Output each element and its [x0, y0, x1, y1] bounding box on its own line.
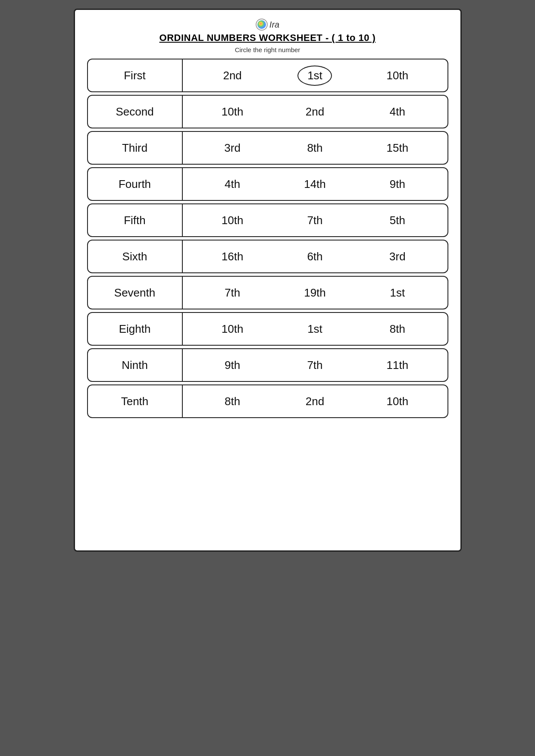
option-item[interactable]: 10th	[215, 214, 250, 227]
word-cell: Ninth	[88, 349, 183, 381]
word-cell: Fifth	[88, 204, 183, 236]
option-item[interactable]: 7th	[215, 286, 250, 300]
option-item[interactable]: 4th	[215, 178, 250, 191]
option-item[interactable]: 10th	[380, 69, 415, 82]
option-item[interactable]: 6th	[297, 250, 332, 263]
options-cell: 9th7th11th	[183, 349, 447, 381]
option-item[interactable]: 2nd	[215, 69, 250, 82]
options-cell: 10th2nd4th	[183, 96, 447, 128]
option-item[interactable]: 3rd	[215, 141, 250, 155]
option-item[interactable]: 9th	[215, 359, 250, 372]
table-row: Third3rd8th15th	[87, 131, 448, 165]
options-cell: 3rd8th15th	[183, 132, 447, 164]
svg-point-1	[257, 20, 266, 29]
worksheet-page: Ira ORDINAL NUMBERS WORKSHEET - ( 1 to 1…	[74, 9, 462, 552]
option-item[interactable]: 7th	[297, 214, 332, 227]
logo-text: Ira	[269, 20, 279, 30]
word-cell: Seventh	[88, 277, 183, 309]
option-item[interactable]: 7th	[297, 359, 332, 372]
page-header: Ira ORDINAL NUMBERS WORKSHEET - ( 1 to 1…	[87, 19, 448, 53]
options-cell: 10th1st8th	[183, 313, 447, 345]
logo-area: Ira	[87, 19, 448, 31]
logo-icon	[256, 19, 268, 31]
word-cell: Tenth	[88, 385, 183, 417]
option-item[interactable]: 2nd	[297, 105, 332, 119]
option-item[interactable]: 19th	[297, 286, 332, 300]
word-cell: Sixth	[88, 241, 183, 272]
word-cell: Third	[88, 132, 183, 164]
options-cell: 7th19th1st	[183, 277, 447, 309]
option-item[interactable]: 4th	[380, 105, 415, 119]
option-item[interactable]: 1st	[297, 322, 332, 336]
option-item[interactable]: 8th	[297, 141, 332, 155]
word-cell: First	[88, 59, 183, 91]
option-item[interactable]: 9th	[380, 178, 415, 191]
option-item[interactable]: 3rd	[380, 250, 415, 263]
option-item[interactable]: 8th	[380, 322, 415, 336]
option-item[interactable]: 5th	[380, 214, 415, 227]
option-item[interactable]: 14th	[297, 178, 332, 191]
word-cell: Second	[88, 96, 183, 128]
table-row: Tenth8th2nd10th	[87, 384, 448, 418]
options-cell: 16th6th3rd	[183, 241, 447, 272]
table-row: Seventh7th19th1st	[87, 276, 448, 309]
option-item[interactable]: 10th	[380, 395, 415, 408]
word-cell: Eighth	[88, 313, 183, 345]
table-row: Fifth10th7th5th	[87, 203, 448, 237]
option-item[interactable]: 1st	[297, 66, 332, 86]
option-item[interactable]: 15th	[380, 141, 415, 155]
word-cell: Fourth	[88, 168, 183, 200]
subtitle: Circle the right number	[87, 46, 448, 53]
table-row: Ninth9th7th11th	[87, 348, 448, 382]
option-item[interactable]: 8th	[215, 395, 250, 408]
main-title: ORDINAL NUMBERS WORKSHEET - ( 1 to 10 )	[87, 32, 448, 44]
table-row: Second10th2nd4th	[87, 95, 448, 128]
option-item[interactable]: 1st	[380, 286, 415, 300]
option-item[interactable]: 10th	[215, 105, 250, 119]
table-row: Eighth10th1st8th	[87, 312, 448, 346]
option-item[interactable]: 11th	[380, 359, 415, 372]
table-row: First2nd1st10th	[87, 59, 448, 92]
table-row: Fourth4th14th9th	[87, 167, 448, 201]
rows-container: First2nd1st10thSecond10th2nd4thThird3rd8…	[87, 59, 448, 418]
option-item[interactable]: 10th	[215, 322, 250, 336]
options-cell: 10th7th5th	[183, 204, 447, 236]
table-row: Sixth16th6th3rd	[87, 240, 448, 273]
options-cell: 2nd1st10th	[183, 59, 447, 91]
option-item[interactable]: 16th	[215, 250, 250, 263]
options-cell: 4th14th9th	[183, 168, 447, 200]
options-cell: 8th2nd10th	[183, 385, 447, 417]
option-item[interactable]: 2nd	[297, 395, 332, 408]
